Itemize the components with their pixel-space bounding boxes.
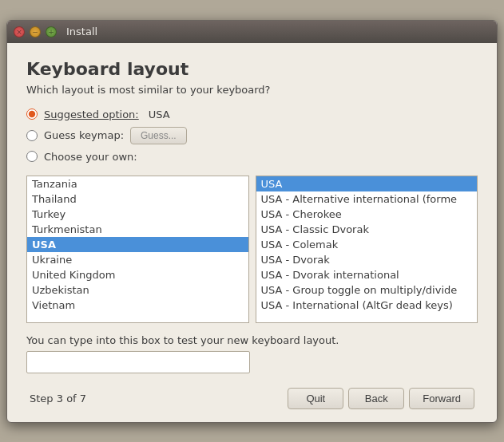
list-item[interactable]: USA - Alternative international (forme: [256, 191, 478, 207]
guess-button[interactable]: Guess...: [130, 127, 187, 144]
list-item[interactable]: USA: [27, 237, 248, 252]
list-item[interactable]: USA - Group toggle on multiply/divide: [256, 282, 478, 298]
list-item[interactable]: USA - Dvorak: [256, 252, 478, 267]
page-heading: Keyboard layout: [26, 59, 478, 79]
list-item[interactable]: USA - Colemak: [256, 237, 478, 252]
list-item[interactable]: United Kingdom: [27, 267, 248, 282]
list-item[interactable]: Ukraine: [27, 252, 248, 267]
choose-label[interactable]: Choose your own:: [44, 151, 137, 163]
suggested-option-row: Suggested option: USA: [26, 109, 478, 120]
maximize-icon: +: [48, 28, 54, 36]
maximize-button[interactable]: +: [46, 26, 57, 37]
install-window: × − + Install Keyboard layout Which layo…: [6, 20, 498, 423]
suggested-label[interactable]: Suggested option:: [44, 109, 139, 120]
list-item[interactable]: Uzbekistan: [27, 282, 248, 298]
minimize-button[interactable]: −: [30, 26, 41, 37]
close-icon: ×: [16, 28, 22, 36]
country-list[interactable]: TanzaniaThailandTurkeyTurkmenistanUSAUkr…: [27, 176, 248, 322]
country-list-wrapper: TanzaniaThailandTurkeyTurkmenistanUSAUkr…: [26, 176, 249, 323]
close-button[interactable]: ×: [14, 26, 25, 37]
titlebar: × − + Install: [7, 21, 497, 43]
radio-options: Suggested option: USA Guess keymap: Gues…: [26, 109, 478, 163]
quit-button[interactable]: Quit: [288, 388, 343, 409]
forward-button[interactable]: Forward: [409, 388, 474, 409]
list-item[interactable]: USA - Cherokee: [256, 207, 478, 222]
list-item[interactable]: Vietnam: [27, 298, 248, 313]
test-input[interactable]: [26, 351, 250, 373]
subtitle-text: Which layout is most similar to your key…: [26, 84, 478, 96]
test-label: You can type into this box to test your …: [26, 334, 478, 346]
back-button[interactable]: Back: [348, 388, 404, 409]
choose-option-row: Choose your own:: [26, 151, 478, 163]
list-item[interactable]: Tanzania: [27, 176, 248, 191]
guess-radio[interactable]: [26, 130, 38, 141]
step-label: Step 3 of 7: [30, 393, 86, 405]
list-item[interactable]: Turkmenistan: [27, 222, 248, 237]
list-item[interactable]: USA - Classic Dvorak: [256, 222, 478, 237]
footer-buttons: Quit Back Forward: [288, 388, 474, 409]
guess-label[interactable]: Guess keymap:: [44, 129, 124, 141]
main-content: Keyboard layout Which layout is most sim…: [7, 43, 497, 422]
list-item[interactable]: USA - Dvorak international: [256, 267, 478, 282]
suggested-radio[interactable]: [26, 109, 38, 120]
list-item[interactable]: Turkey: [27, 207, 248, 222]
guess-option-row: Guess keymap: Guess...: [26, 127, 478, 144]
footer: Step 3 of 7 Quit Back Forward: [26, 388, 478, 409]
minimize-icon: −: [32, 28, 38, 36]
window-title: Install: [66, 26, 97, 37]
list-item[interactable]: USA: [256, 176, 478, 191]
choose-radio[interactable]: [26, 151, 38, 162]
layout-list[interactable]: USAUSA - Alternative international (form…: [256, 176, 478, 322]
list-item[interactable]: Thailand: [27, 191, 248, 207]
suggested-value: USA: [149, 109, 170, 120]
keyboard-lists: TanzaniaThailandTurkeyTurkmenistanUSAUkr…: [26, 176, 478, 323]
layout-list-wrapper: USAUSA - Alternative international (form…: [256, 176, 478, 323]
list-item[interactable]: USA - International (AltGr dead keys): [256, 298, 478, 313]
